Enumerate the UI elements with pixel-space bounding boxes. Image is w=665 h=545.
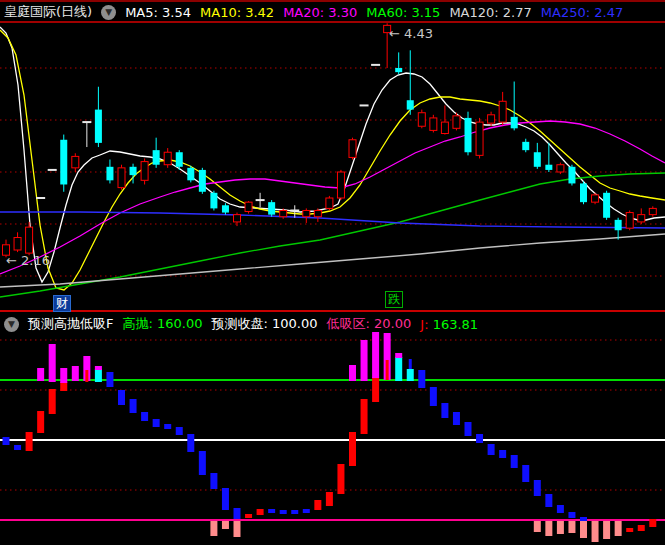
indicator-bar [372, 332, 379, 378]
indicator-bar [60, 382, 67, 391]
indicator-bar [557, 505, 564, 513]
indicator-bar [85, 370, 88, 382]
indicator-title: 预测高抛低吸F [28, 315, 113, 333]
candle-up [638, 215, 645, 222]
top-border-line [0, 0, 665, 2]
ma120-legend: MA120: 2.77 [449, 5, 531, 20]
indicator-bar [545, 521, 552, 536]
indicator-bar [222, 488, 229, 510]
ma5-legend: MA5: 3.54 [125, 5, 191, 20]
indicator-bar [26, 432, 33, 451]
indicator-bar [649, 519, 656, 527]
indicator-bar [372, 377, 379, 402]
indicator-bar [638, 525, 645, 531]
app-window: 皇庭国际(日线) ▼ MA5: 3.54 MA10: 3.42 MA20: 3.… [0, 0, 665, 545]
candle-down [603, 193, 610, 218]
candle-down [580, 183, 587, 202]
candle-down [106, 167, 113, 181]
candle-up [280, 210, 287, 216]
candle-up [14, 238, 21, 250]
candle-down [268, 202, 275, 214]
indicator-bar [603, 521, 610, 539]
j-value-legend: J: 163.81 [420, 317, 478, 332]
indicator-bar [291, 510, 298, 514]
indicator-bar [522, 465, 529, 482]
candle-up [592, 195, 599, 202]
candle-up [234, 215, 241, 222]
candle-down [187, 168, 194, 180]
indicator-bar [395, 357, 402, 381]
candle-up [499, 101, 506, 122]
candle-down [153, 150, 160, 165]
indicator-bar [349, 365, 356, 381]
ma250-legend: MA250: 2.47 [541, 5, 623, 20]
indicator-bar [234, 508, 241, 519]
indicator-bar [245, 514, 252, 518]
candle-down [511, 117, 518, 128]
indicator-bar [60, 368, 67, 383]
candle-up [441, 122, 448, 133]
indicator-bar [361, 399, 368, 434]
indicator-bar [568, 512, 575, 518]
candle-down [568, 167, 575, 184]
indicator-bar [465, 422, 472, 436]
candle-up [488, 115, 495, 123]
peak-price-annotation: ← 4.43 [389, 26, 433, 41]
indicator-bar [3, 437, 10, 445]
ma10-legend: MA10: 3.42 [200, 5, 274, 20]
candle-up [430, 118, 437, 130]
candle-up [557, 165, 564, 172]
candle-up [303, 210, 310, 216]
candle-up [626, 213, 633, 229]
candle-up [337, 172, 344, 198]
candle-down [465, 118, 472, 152]
candle-down [210, 193, 217, 209]
indicator-bar [268, 509, 275, 513]
ma20-legend: MA20: 3.30 [283, 5, 357, 20]
candle-down [522, 142, 529, 150]
candle-up [314, 210, 321, 216]
indicator-bar [488, 444, 495, 455]
candle-down [95, 110, 102, 143]
candle-down [534, 152, 541, 167]
indicator-bar [37, 411, 44, 433]
gaopao-legend: 高抛: 160.00 [122, 315, 202, 333]
trough-price-annotation: ← 2.16 [6, 253, 50, 268]
indicator-bar [49, 389, 56, 414]
candle-up [141, 162, 148, 181]
indicator-bar [176, 427, 183, 435]
indicator-bar [626, 528, 633, 532]
indicator-bar [441, 403, 448, 418]
indicator-bar [592, 521, 599, 542]
indicator-bar [418, 370, 425, 388]
indicator-bar [409, 359, 412, 369]
indicator-bar [106, 372, 113, 387]
indicator-bar [545, 494, 552, 507]
indicator-bar [222, 521, 229, 529]
buy-signal-marker: 财 [53, 295, 71, 312]
collapse-chevron-icon[interactable]: ▼ [4, 317, 19, 332]
indicator-bar [580, 521, 587, 538]
sell-signal-marker: 跌 [385, 291, 403, 308]
indicator-bar [72, 366, 79, 381]
collapse-chevron-icon[interactable]: ▼ [101, 5, 116, 20]
indicator-bar [430, 387, 437, 406]
indicator-bar [95, 369, 102, 382]
indicator-bar [395, 353, 402, 358]
chart-canvas[interactable] [0, 0, 665, 545]
indicator-bar [141, 412, 148, 421]
candle-down [130, 167, 137, 175]
candle-up [164, 152, 171, 164]
candle-up [326, 198, 333, 208]
indicator-header: ▼ 预测高抛低吸F 高抛: 160.00 预测收盘: 100.00 低吸区: 2… [4, 315, 478, 333]
indicator-bar [557, 521, 564, 534]
ma60-legend: MA60: 3.15 [366, 5, 440, 20]
indicator-bar [499, 450, 506, 458]
indicator-bar [130, 399, 137, 413]
indicator-bar [534, 480, 541, 496]
indicator-bar [337, 464, 344, 494]
stock-title: 皇庭国际(日线) [4, 3, 92, 21]
candle-down [176, 152, 183, 167]
indicator-bar [164, 424, 171, 429]
indicator-bar [234, 521, 241, 537]
